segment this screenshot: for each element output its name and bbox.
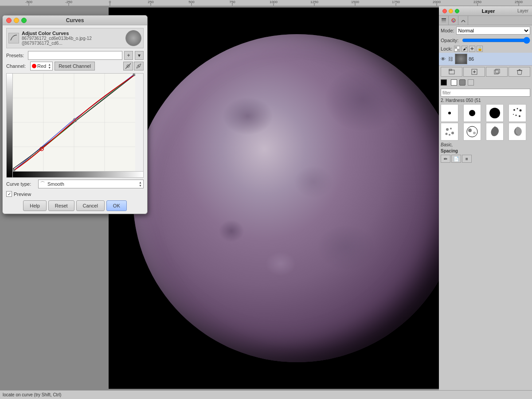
- curve-canvas[interactable]: [7, 74, 135, 171]
- curves-icon: [8, 33, 19, 43]
- curve-type-arrows[interactable]: ▲ ▼: [139, 181, 142, 187]
- delete-layer-button[interactable]: [509, 67, 530, 77]
- opacity-row: Opacity:: [439, 36, 532, 45]
- channel-arrows[interactable]: ▲ ▼: [48, 63, 51, 69]
- layer-panel-title: Layer: [482, 8, 495, 14]
- layer-panel: Layer Layer Mode: Normal Opacity:: [439, 6, 532, 390]
- curve-sample-button[interactable]: [123, 62, 133, 70]
- dialog-header: Adjust Color Curves 8679736172_cd6e013b4…: [6, 28, 144, 48]
- curve-type-select[interactable]: ⌒ Smooth ▲ ▼: [38, 180, 144, 188]
- moon-background: [109, 8, 485, 389]
- brush-item-5[interactable]: [441, 123, 458, 141]
- status-bar: locate on curve (try Shift, Ctrl): [0, 390, 532, 399]
- brush-edit-icon[interactable]: ✏: [441, 155, 450, 163]
- lp-minimize[interactable]: [449, 9, 453, 13]
- svg-text:500: 500: [188, 0, 195, 4]
- cancel-button[interactable]: Cancel: [76, 200, 105, 211]
- curve-canvas-wrapper[interactable]: [6, 73, 144, 178]
- svg-point-62: [448, 112, 451, 114]
- svg-text:-250: -250: [65, 0, 73, 4]
- svg-point-72: [450, 128, 452, 129]
- new-layer-group-button[interactable]: [441, 67, 462, 77]
- brush-item-4[interactable]: [509, 104, 526, 122]
- brush-item-3[interactable]: [486, 104, 504, 122]
- dialog-thumbnail: [125, 30, 141, 46]
- layer-chain-icon[interactable]: ⛓: [448, 56, 454, 62]
- mode-select[interactable]: Normal: [456, 27, 530, 35]
- svg-point-75: [449, 134, 450, 136]
- moon-image: [133, 34, 461, 362]
- brush-item-1[interactable]: [441, 104, 458, 122]
- channel-arrow-down[interactable]: ▼: [48, 66, 51, 69]
- layer-tab-paths[interactable]: [458, 16, 468, 25]
- brush-item-2[interactable]: [463, 104, 481, 122]
- layer-item[interactable]: 👁 ⛓ 86: [439, 53, 532, 66]
- mode-label: Mode:: [441, 28, 454, 33]
- reset-channel-button[interactable]: Reset Channel: [55, 62, 95, 70]
- svg-point-76: [467, 126, 477, 137]
- brush-item-8[interactable]: [509, 123, 526, 141]
- layer-tab-channels[interactable]: [449, 16, 458, 25]
- preset-options-button[interactable]: ▾: [135, 51, 144, 60]
- curve-type-arrow-down[interactable]: ▼: [139, 184, 142, 187]
- brush-item-6[interactable]: [463, 123, 481, 141]
- brush-item-7[interactable]: [486, 123, 504, 141]
- lock-checkers-icon[interactable]: [454, 46, 460, 52]
- grey-swatch[interactable]: [468, 79, 474, 86]
- svg-text:2250: 2250: [473, 0, 481, 4]
- channel-arrow-up[interactable]: ▲: [48, 63, 51, 66]
- status-text: locate on curve (try Shift, Ctrl): [3, 392, 61, 397]
- mode-row: Mode: Normal: [439, 25, 532, 36]
- help-button[interactable]: Help: [23, 200, 47, 211]
- lp-maximize[interactable]: [455, 9, 459, 13]
- dialog-info: Adjust Color Curves 8679736172_cd6e013b4…: [22, 31, 123, 46]
- lock-row: Lock: 🖌 ✛ 🔒: [439, 45, 532, 53]
- brush-name-label: 2. Hardness 050 (51: [439, 98, 532, 103]
- foreground-swatch[interactable]: [441, 79, 447, 86]
- layer-panel-subtitle: Layer: [517, 8, 528, 13]
- channel-select[interactable]: Red ▲ ▼: [30, 62, 53, 70]
- new-layer-button[interactable]: [463, 67, 485, 77]
- minimize-button[interactable]: [14, 18, 19, 23]
- svg-text:2000: 2000: [433, 0, 441, 4]
- svg-point-41: [133, 74, 135, 76]
- svg-rect-53: [455, 49, 457, 51]
- close-button[interactable]: [6, 18, 12, 23]
- svg-point-42: [13, 169, 15, 171]
- ok-button[interactable]: OK: [106, 200, 127, 211]
- lock-all-icon[interactable]: 🔒: [477, 46, 483, 52]
- dialog-header-title: Adjust Color Curves: [22, 31, 123, 36]
- preview-checkbox[interactable]: ✓: [6, 191, 12, 197]
- curve-type-arrow-up[interactable]: ▲: [139, 181, 142, 184]
- opacity-slider[interactable]: [462, 37, 530, 44]
- lock-paint-icon[interactable]: 🖌: [462, 46, 468, 52]
- layer-visibility-icon[interactable]: 👁: [441, 56, 447, 62]
- background-swatch[interactable]: [451, 79, 457, 86]
- svg-text:-500: -500: [25, 0, 33, 4]
- add-preset-button[interactable]: +: [124, 51, 133, 60]
- svg-point-63: [469, 110, 475, 116]
- lock-icons: 🖌 ✛ 🔒: [454, 46, 483, 52]
- lp-close[interactable]: [442, 9, 447, 13]
- curve-type-row: Curve type: ⌒ Smooth ▲ ▼: [6, 180, 144, 188]
- svg-point-65: [513, 109, 515, 111]
- svg-point-69: [519, 115, 520, 117]
- brush-page-icon[interactable]: 📄: [451, 155, 461, 163]
- brush-filter-input[interactable]: [441, 89, 530, 97]
- presets-input[interactable]: [28, 51, 122, 60]
- channel-row: Channel: Red ▲ ▼ Reset Channel: [6, 62, 144, 70]
- maximize-button[interactable]: [21, 18, 27, 23]
- svg-rect-43: [442, 18, 446, 20]
- svg-line-28: [125, 63, 131, 69]
- lock-move-icon[interactable]: ✛: [469, 46, 475, 52]
- layer-tab-layers[interactable]: [439, 16, 449, 25]
- svg-point-64: [489, 108, 500, 118]
- curves-svg: [13, 74, 135, 171]
- svg-text:1000: 1000: [270, 0, 278, 4]
- duplicate-layer-button[interactable]: [486, 67, 508, 77]
- brush-menu-icon[interactable]: ≡: [462, 155, 472, 163]
- svg-rect-50: [455, 47, 457, 49]
- brush-swatch[interactable]: [459, 79, 466, 86]
- curve-pick-button[interactable]: [134, 62, 144, 70]
- reset-button[interactable]: Reset: [48, 200, 74, 211]
